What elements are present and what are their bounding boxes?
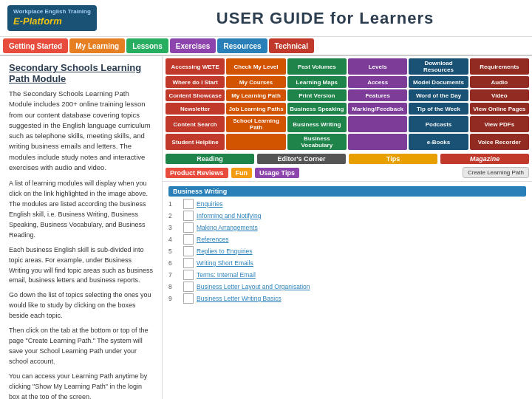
tips-label[interactable]: Tips (349, 154, 437, 164)
nav-cell[interactable]: Newsletter (166, 103, 225, 115)
nav-cell[interactable] (226, 134, 285, 150)
special-sections-row: Reading Editor's Corner Tips Magazine (163, 152, 532, 166)
fun-label[interactable]: Fun (231, 168, 253, 178)
nav-cell[interactable]: Business Speaking (287, 103, 347, 115)
item-link[interactable]: Terms: Internal Email (197, 271, 256, 279)
logo-area: Workplace English Training E-Platform (7, 5, 126, 31)
list-item: 7 Terms: Internal Email (168, 269, 526, 281)
nav-cell[interactable]: My Courses (226, 76, 285, 88)
nav-cell[interactable]: e-Books (409, 134, 468, 150)
item-number: 6 (168, 259, 183, 267)
nav-row: Accessing WETECheck My LevelPast Volumes… (166, 58, 529, 75)
nav-cell[interactable]: Access (348, 76, 407, 88)
item-link[interactable]: Enquiries (197, 200, 222, 208)
nav-cell[interactable]: Business Vocabulary (287, 134, 347, 150)
item-link[interactable]: References (197, 236, 228, 243)
module-list-area: Business Writing 1 Enquiries 2 Informing… (163, 183, 532, 307)
body-para-3: Go down the list of topics selecting the… (9, 290, 153, 321)
item-link[interactable]: Business Letter Layout and Organisation (197, 283, 310, 290)
nav-cell[interactable]: Accessing WETE (166, 58, 225, 75)
nav-cell[interactable]: Business Writing (287, 116, 347, 132)
nav-cell[interactable]: Audio (470, 76, 529, 88)
nav-row: Student HelplineBusiness Vocabularye-Boo… (166, 134, 529, 150)
nav-cell[interactable]: Requirements (470, 58, 529, 75)
nav-row: Content ShowcaseMy Learning PathPrint Ve… (166, 89, 529, 101)
nav-cell[interactable]: Print Version (287, 89, 347, 101)
nav-cell[interactable]: Word of the Day (409, 89, 468, 101)
nav-cell[interactable]: Levels (348, 58, 407, 75)
item-link[interactable]: Informing and Notifying (197, 212, 261, 219)
nav-cell[interactable]: Content Search (166, 116, 225, 132)
module-title: Secondary Schools Learning Path Module (9, 62, 153, 84)
item-checkbox[interactable] (183, 211, 194, 221)
nav-row: Where do I StartMy CoursesLearning MapsA… (166, 76, 529, 88)
nav-cell[interactable]: Content Showcase (166, 89, 225, 101)
nav-exercises[interactable]: Exercises (170, 38, 216, 53)
module-description: The Secondary Schools Learning Path Modu… (9, 89, 153, 173)
item-checkbox[interactable] (183, 270, 194, 280)
magazine-label[interactable]: Magazine (440, 154, 529, 164)
list-item: 9 Business Letter Writing Basics (168, 293, 526, 304)
item-link[interactable]: Writing Short Emails (197, 259, 253, 267)
module-items-container: 1 Enquiries 2 Informing and Notifying 3 … (168, 198, 526, 304)
nav-cell[interactable]: Past Volumes (287, 58, 347, 75)
list-item: 5 Replies to Enquiries (168, 245, 526, 257)
item-link[interactable]: Replies to Enquiries (197, 248, 253, 255)
product-reviews[interactable]: Product Reviews (166, 168, 228, 178)
nav-cell[interactable]: Voice Recorder (470, 134, 529, 150)
nav-cell[interactable]: Where do I Start (166, 76, 225, 88)
usage-tips[interactable]: Usage Tips (255, 168, 299, 178)
right-panel: Accessing WETECheck My LevelPast Volumes… (163, 56, 532, 399)
module-list-title: Business Writing (168, 186, 526, 197)
item-checkbox[interactable] (183, 258, 194, 268)
nav-cell[interactable]: Learning Maps (287, 76, 347, 88)
nav-cell[interactable]: My Learning Path (226, 89, 285, 101)
list-item: 6 Writing Short Emails (168, 257, 526, 269)
nav-cell[interactable]: Podcasts (409, 116, 468, 132)
nav-cell[interactable]: Model Documents (409, 76, 468, 88)
nav-cell[interactable]: Features (348, 89, 407, 101)
nav-cell[interactable]: School Learning Path (226, 116, 285, 132)
bottom-sections-row: Product Reviews Fun Usage Tips Create Le… (163, 166, 532, 180)
body-para-1: A list of learning modules will display … (9, 179, 153, 241)
item-checkbox[interactable] (183, 199, 194, 209)
nav-cell[interactable]: Download Resources (409, 58, 468, 75)
nav-cell[interactable] (348, 116, 407, 132)
logo-top-text: Workplace English Training (13, 8, 91, 16)
list-item: 8 Business Letter Layout and Organisatio… (168, 281, 526, 293)
nav-row: Content SearchSchool Learning PathBusine… (166, 116, 529, 132)
item-checkbox[interactable] (183, 282, 194, 292)
list-item: 2 Informing and Notifying (168, 210, 526, 222)
nav-cell[interactable]: Job Learning Paths (226, 103, 285, 115)
reading-label[interactable]: Reading (166, 154, 254, 164)
list-item: 3 Making Arrangements (168, 222, 526, 233)
page-title: USER GUIDE for Learners (126, 9, 525, 28)
nav-cell[interactable]: Student Helpline (166, 134, 225, 150)
nav-my-learning[interactable]: My Learning (69, 38, 125, 53)
item-link[interactable]: Business Letter Writing Basics (197, 295, 282, 302)
item-number: 9 (168, 295, 183, 302)
nav-cell[interactable]: Video (470, 89, 529, 101)
nav-getting-started[interactable]: Getting Started (3, 38, 68, 53)
nav-cell[interactable]: View Online Pages (470, 103, 529, 115)
item-checkbox[interactable] (183, 222, 194, 233)
editors-corner[interactable]: Editor's Corner (257, 154, 346, 164)
item-link[interactable]: Making Arrangements (197, 224, 258, 231)
item-checkbox[interactable] (183, 246, 194, 256)
nav-bar: Getting Started My Learning Lessons Exer… (0, 37, 532, 56)
left-panel: Secondary Schools Learning Path Module T… (0, 56, 163, 399)
create-learning-path-button[interactable]: Create Learning Path (463, 167, 529, 178)
nav-cell[interactable]: Marking/Feedback (348, 103, 407, 115)
nav-resources[interactable]: Resources (217, 38, 267, 53)
nav-cell[interactable]: Tip of the Week (409, 103, 468, 115)
nav-cell[interactable] (348, 134, 407, 150)
nav-row: NewsletterJob Learning PathsBusiness Spe… (166, 103, 529, 115)
nav-cell[interactable]: View PDFs (470, 116, 529, 132)
item-checkbox[interactable] (183, 234, 194, 245)
item-number: 4 (168, 236, 183, 243)
item-checkbox[interactable] (183, 293, 194, 304)
nav-cell[interactable]: Check My Level (226, 58, 285, 75)
right-content: Accessing WETECheck My LevelPast Volumes… (163, 56, 532, 399)
nav-lessons[interactable]: Lessons (126, 38, 168, 53)
nav-technical[interactable]: Technical (269, 38, 314, 53)
